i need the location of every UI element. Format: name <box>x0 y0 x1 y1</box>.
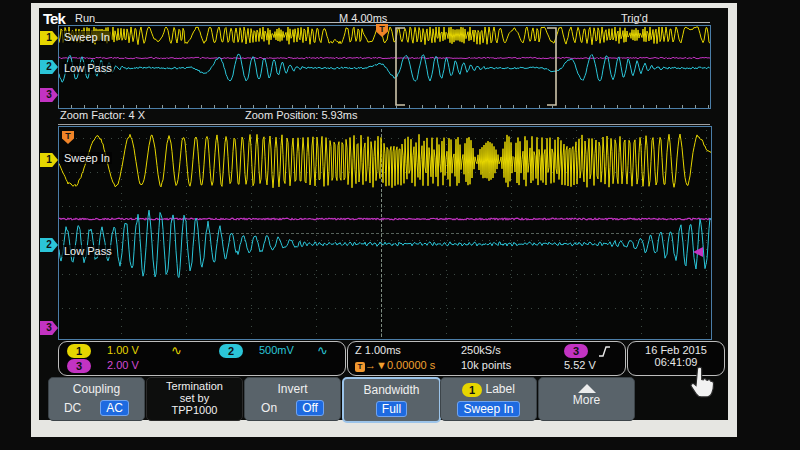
main-waveform-display <box>59 127 711 339</box>
ch1-scale: 1.00 V <box>107 344 139 356</box>
trigger-source-badge: 3 <box>564 344 588 358</box>
horizontal-trigger-readout-box: Z 1.00ms T→▼0.00000 s 250kS/s 10k points… <box>347 341 626 376</box>
more-menu-button[interactable]: More <box>538 377 635 421</box>
ch2-badge: 2 <box>219 344 243 358</box>
coupling-title: Coupling <box>49 382 144 396</box>
invert-title: Invert <box>245 382 340 396</box>
ch2-scale: 500mV <box>259 344 294 356</box>
date-readout: 16 Feb 2015 <box>628 344 724 356</box>
trigger-t-icon: T <box>355 362 365 372</box>
ch2-ac-coupling-icon: ∿ <box>317 343 328 358</box>
overview-ch1-label: Sweep In <box>62 31 112 43</box>
overview-ch1-marker[interactable]: 1 <box>40 31 58 45</box>
zoom-ruler-ticks <box>58 105 709 108</box>
overview-ch2-label: Low Pass <box>62 62 114 74</box>
channel-scale-readout-box: 1 1.00 V ∿ 2 500mV ∿ 3 2.00 V <box>58 341 346 376</box>
ch1-ac-coupling-icon: ∿ <box>171 343 182 358</box>
ch3-badge: 3 <box>67 359 91 373</box>
coupling-menu-button[interactable]: Coupling DC AC <box>48 377 145 421</box>
screenshot-root: { "header": { "logo": "Tek", "acq_status… <box>0 0 800 450</box>
overview-ch3-marker[interactable]: 3 <box>40 88 58 102</box>
coupling-option-ac[interactable]: AC <box>100 400 129 416</box>
more-title: More <box>539 393 634 407</box>
label-menu-button[interactable]: 1 Label Sweep In <box>440 377 537 421</box>
overview-waveform-window <box>58 25 711 109</box>
zoombar-divider <box>58 124 710 125</box>
main-waveform-window <box>58 126 712 340</box>
label-title: 1 Label <box>441 382 536 397</box>
bandwidth-menu-button[interactable]: Bandwidth Full <box>342 377 441 423</box>
invert-option-on[interactable]: On <box>261 401 277 415</box>
trigger-position-readout: T→▼0.00000 s <box>355 359 435 372</box>
main-ch2-label: Low Pass <box>62 245 114 257</box>
ch1-badge: 1 <box>67 344 91 358</box>
bandwidth-title: Bandwidth <box>344 383 439 397</box>
record-length-readout: 10k points <box>461 359 511 371</box>
termination-line2: set by <box>147 392 242 404</box>
topbar-divider <box>95 22 710 23</box>
bandwidth-value: Full <box>376 401 407 417</box>
main-ch3-marker[interactable]: 3 <box>40 321 58 335</box>
main-ch1-label: Sweep In <box>62 152 112 164</box>
acquisition-status: Run <box>75 12 95 24</box>
up-arrow-icon <box>578 384 596 393</box>
hand-cursor-icon <box>686 366 718 402</box>
termination-menu-button[interactable]: Termination set by TPP1000 <box>146 377 243 421</box>
invert-menu-button[interactable]: Invert On Off <box>244 377 341 421</box>
termination-line3: TPP1000 <box>147 404 242 416</box>
invert-option-off[interactable]: Off <box>296 400 324 416</box>
overview-ch2-marker[interactable]: 2 <box>40 60 58 74</box>
zoom-timebase-readout: Z 1.00ms <box>355 344 401 356</box>
label-value: Sweep In <box>457 401 519 417</box>
overview-waveform-display <box>59 26 710 108</box>
main-ch1-marker[interactable]: 1 <box>40 153 58 167</box>
ch3-scale: 2.00 V <box>107 359 139 371</box>
label-ch1-badge: 1 <box>462 383 482 397</box>
zoom-position-readout: Zoom Position: 5.93ms <box>245 109 358 121</box>
sample-rate-readout: 250kS/s <box>461 344 501 356</box>
oscilloscope-screen: Tek Run M 4.00ms Trig'd 1 2 3 Sweep In L… <box>39 8 728 420</box>
coupling-option-dc[interactable]: DC <box>64 401 81 415</box>
termination-line1: Termination <box>147 380 242 392</box>
zoom-factor-readout: Zoom Factor: 4 X <box>60 109 145 121</box>
main-ch2-marker[interactable]: 2 <box>40 238 58 252</box>
trigger-level-readout: 5.52 V <box>564 359 596 371</box>
rising-edge-icon <box>598 345 611 358</box>
